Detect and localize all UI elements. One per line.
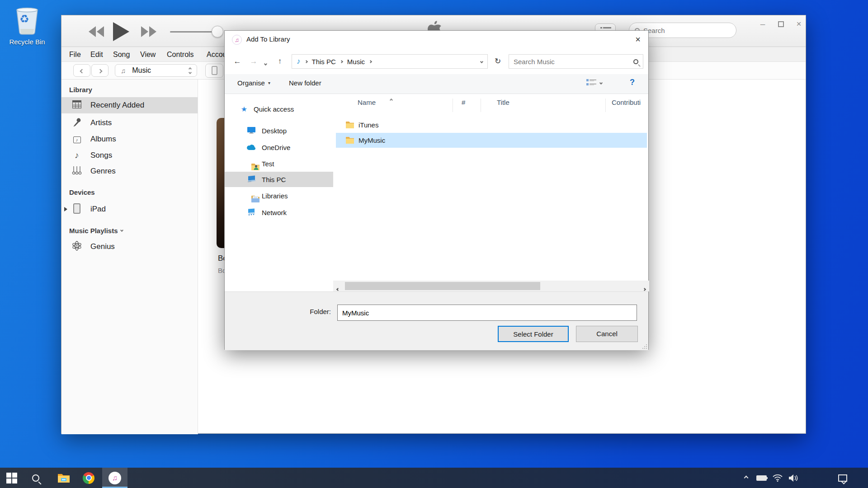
music-note-icon: ♫ (121, 67, 126, 75)
new-folder-button[interactable]: New folder (289, 79, 321, 87)
menu-controls[interactable]: Controls (165, 50, 196, 60)
volume-icon[interactable] (787, 468, 801, 488)
ipad-icon (71, 203, 83, 216)
device-button[interactable] (205, 64, 223, 78)
breadcrumb-music[interactable]: Music (347, 58, 365, 66)
column-header-contributing[interactable]: Contributi (612, 99, 648, 106)
nav-item-onedrive[interactable]: OneDrive (225, 140, 333, 155)
music-playlists-label: Music Playlists (69, 227, 118, 235)
nav-item-label: This PC (262, 176, 286, 183)
nav-item-test-user[interactable]: Test (225, 156, 333, 171)
resize-grip[interactable] (642, 344, 647, 349)
refresh-button[interactable]: ↻ (491, 55, 505, 68)
recent-locations-dropdown[interactable] (264, 59, 267, 66)
itunes-search-input[interactable] (643, 27, 720, 34)
show-hidden-icons-button[interactable] (739, 468, 753, 488)
breadcrumb-this-pc[interactable]: This PC (312, 58, 336, 66)
expand-arrow-icon[interactable] (64, 207, 67, 211)
nav-item-label: Desktop (262, 127, 287, 135)
recycle-bin-shortcut[interactable]: ♻ Recycle Bin (5, 6, 49, 46)
sidebar-item-recently-added[interactable]: Recently Added (61, 97, 198, 113)
scroll-right-arrow[interactable] (643, 284, 646, 292)
column-header-title[interactable]: Title (497, 99, 509, 106)
forward-button[interactable]: → (246, 55, 261, 68)
media-kind-selector[interactable]: ♫ Music (115, 64, 197, 77)
dialog-close-button[interactable]: × (627, 31, 648, 48)
sidebar-item-label: Songs (90, 151, 112, 160)
column-divider[interactable] (453, 99, 453, 112)
sidebar-item-genres[interactable]: Genres (61, 163, 198, 179)
menu-file[interactable]: File (67, 50, 83, 60)
dialog-search-input[interactable] (514, 58, 633, 66)
file-row-mymusic[interactable]: MyMusic (336, 133, 647, 148)
menu-edit[interactable]: Edit (89, 50, 105, 60)
maximize-icon (778, 21, 784, 27)
column-divider[interactable] (481, 99, 481, 112)
folder-name-input[interactable] (337, 305, 637, 321)
sidebar-item-songs[interactable]: ♪ Songs (61, 147, 198, 164)
scroll-left-arrow[interactable] (337, 284, 339, 292)
minimize-button[interactable]: – (755, 18, 770, 31)
new-folder-label: New folder (289, 79, 321, 87)
wifi-icon[interactable] (770, 468, 785, 488)
organise-button[interactable]: Organise ▾ (237, 79, 270, 87)
nav-item-desktop[interactable]: Desktop (225, 123, 333, 138)
breadcrumb-chevron-icon[interactable] (340, 60, 343, 63)
breadcrumb-chevron-icon[interactable] (369, 60, 372, 63)
sidebar-item-genius[interactable]: Genius (61, 239, 198, 255)
itunes-taskbar-button[interactable]: ♫ (102, 468, 127, 488)
address-dropdown-icon[interactable] (480, 60, 483, 63)
breadcrumb-chevron-icon[interactable] (304, 60, 307, 63)
nav-item-label: Libraries (262, 192, 288, 200)
column-header-name[interactable]: Name (358, 99, 376, 106)
help-button[interactable]: ? (630, 78, 635, 87)
nav-item-this-pc[interactable]: This PC (225, 172, 333, 187)
previous-track-icon[interactable] (89, 26, 105, 39)
chrome-button[interactable] (78, 468, 99, 488)
change-view-button[interactable] (586, 79, 602, 87)
sidebar-item-label: Albums (90, 135, 116, 144)
volume-slider-track[interactable] (170, 31, 213, 33)
horizontal-scrollbar[interactable] (333, 281, 649, 291)
this-pc-icon (246, 175, 256, 184)
taskbar: ♫ (0, 468, 868, 488)
up-button[interactable]: ↑ (273, 55, 287, 68)
nav-item-quick-access[interactable]: ★ Quick access (225, 101, 333, 117)
quick-access-star-icon: ★ (239, 105, 249, 113)
nav-item-network[interactable]: Network (225, 205, 333, 220)
close-button[interactable]: × (791, 18, 807, 31)
file-explorer-button[interactable] (53, 468, 75, 488)
sidebar-item-ipad[interactable]: iPad (61, 201, 198, 217)
nav-item-label: Test (262, 160, 274, 168)
file-row-itunes[interactable]: iTunes (336, 117, 647, 132)
music-playlists-header[interactable]: Music Playlists (69, 227, 123, 235)
dialog-search-box[interactable] (509, 54, 643, 69)
cancel-button[interactable]: Cancel (576, 326, 638, 342)
nav-back-button[interactable] (73, 64, 90, 77)
action-center-button[interactable] (835, 468, 850, 488)
desktop-monitor-icon (246, 127, 256, 135)
volume-slider-knob[interactable] (212, 26, 223, 38)
sidebar-item-albums[interactable]: ♪ Albums (61, 131, 198, 147)
maximize-button[interactable] (773, 18, 788, 31)
devices-header: Devices (69, 188, 95, 196)
address-bar[interactable]: ♪ This PC Music (292, 54, 488, 69)
sort-ascending-icon[interactable] (390, 95, 392, 103)
next-track-icon[interactable] (141, 26, 157, 39)
battery-icon[interactable] (754, 468, 769, 488)
menu-song[interactable]: Song (111, 50, 132, 60)
nav-item-libraries[interactable]: Libraries (225, 188, 333, 203)
sidebar-item-artists[interactable]: Artists (61, 115, 198, 131)
column-divider[interactable] (605, 99, 606, 112)
start-button[interactable] (1, 468, 23, 488)
dialog-footer: Folder: Select Folder Cancel (225, 291, 648, 350)
nav-forward-button[interactable] (91, 64, 108, 77)
scrollbar-thumb[interactable] (345, 282, 540, 290)
menu-view[interactable]: View (138, 50, 157, 60)
back-button[interactable]: ← (230, 55, 245, 68)
taskbar-search-button[interactable] (25, 468, 47, 488)
column-header-number[interactable]: # (462, 99, 465, 106)
select-folder-button[interactable]: Select Folder (498, 326, 569, 342)
play-icon[interactable] (113, 22, 129, 43)
chevron-down-icon (120, 228, 123, 231)
